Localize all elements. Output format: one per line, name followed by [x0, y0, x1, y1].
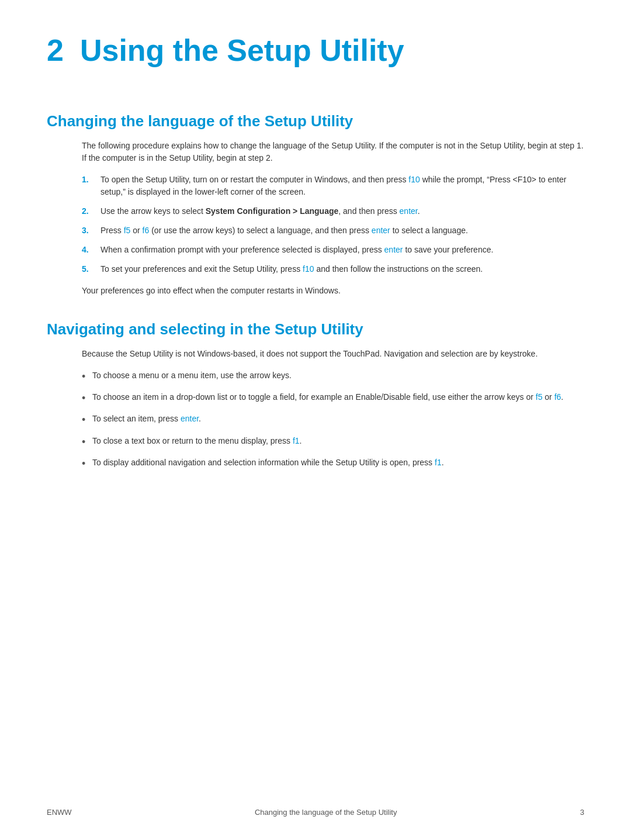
- link-enter-bullet3[interactable]: enter: [181, 414, 199, 423]
- bullet-dot-1: •: [82, 369, 92, 384]
- step-3: 3. Press f5 or f6 (or use the arrow keys…: [82, 224, 584, 237]
- chapter-number: 2: [47, 35, 64, 65]
- chapter-header: 2 Using the Setup Utility: [47, 35, 584, 65]
- step-4: 4. When a confirmation prompt with your …: [82, 244, 584, 256]
- page-container: 2 Using the Setup Utility Changing the l…: [0, 0, 631, 840]
- section2-bullets: • To choose a menu or a menu item, use t…: [82, 369, 584, 471]
- step-2-number: 2.: [82, 205, 100, 217]
- link-f1-bullet5[interactable]: f1: [435, 458, 442, 467]
- bullet-1: • To choose a menu or a menu item, use t…: [82, 369, 584, 384]
- link-f6-step3[interactable]: f6: [143, 226, 150, 235]
- chapter-title: Using the Setup Utility: [80, 35, 404, 65]
- step-4-number: 4.: [82, 244, 100, 256]
- step-2: 2. Use the arrow keys to select System C…: [82, 205, 584, 217]
- section-changing-language: Changing the language of the Setup Utili…: [47, 112, 584, 297]
- bullet-3: • To select an item, press enter.: [82, 413, 584, 427]
- link-f1-bullet4[interactable]: f1: [293, 436, 300, 445]
- section1-footer: Your preferences go into effect when the…: [82, 285, 584, 297]
- footer-center: Changing the language of the Setup Utili…: [255, 808, 397, 817]
- step-3-number: 3.: [82, 224, 100, 237]
- section1-heading: Changing the language of the Setup Utili…: [47, 112, 584, 130]
- bullet-dot-2: •: [82, 391, 92, 406]
- bullet-2-content: To choose an item in a drop-down list or…: [92, 391, 563, 403]
- bullet-1-content: To choose a menu or a menu item, use the…: [92, 369, 292, 382]
- step-5-number: 5.: [82, 263, 100, 275]
- link-f6-bullet2[interactable]: f6: [554, 392, 561, 402]
- bullet-2: • To choose an item in a drop-down list …: [82, 391, 584, 406]
- bullet-5: • To display additional navigation and s…: [82, 457, 584, 471]
- link-f5-bullet2[interactable]: f5: [536, 392, 543, 402]
- link-f10-step1[interactable]: f10: [408, 175, 419, 184]
- step-2-content: Use the arrow keys to select System Conf…: [100, 205, 420, 217]
- step-1-content: To open the Setup Utility, turn on or re…: [100, 174, 584, 198]
- bullet-dot-3: •: [82, 413, 92, 427]
- section-navigating: Navigating and selecting in the Setup Ut…: [47, 320, 584, 471]
- bullet-5-content: To display additional navigation and sel…: [92, 457, 444, 469]
- section1-intro: The following procedure explains how to …: [82, 140, 584, 164]
- bullet-dot-5: •: [82, 457, 92, 471]
- section2-heading: Navigating and selecting in the Setup Ut…: [47, 320, 584, 338]
- section2-intro: Because the Setup Utility is not Windows…: [82, 348, 584, 360]
- link-enter-step2[interactable]: enter: [400, 206, 418, 216]
- footer-right: 3: [580, 808, 584, 817]
- link-enter-step4[interactable]: enter: [384, 245, 403, 254]
- footer-left: ENWW: [47, 808, 72, 817]
- step-3-content: Press f5 or f6 (or use the arrow keys) t…: [100, 224, 468, 237]
- section1-steps: 1. To open the Setup Utility, turn on or…: [82, 174, 584, 275]
- step-5: 5. To set your preferences and exit the …: [82, 263, 584, 275]
- step-1: 1. To open the Setup Utility, turn on or…: [82, 174, 584, 198]
- link-f5-step3[interactable]: f5: [124, 226, 131, 235]
- link-f10-step5[interactable]: f10: [303, 264, 314, 274]
- link-enter-step3[interactable]: enter: [372, 226, 390, 235]
- step-1-number: 1.: [82, 174, 100, 186]
- step-5-content: To set your preferences and exit the Set…: [100, 263, 483, 275]
- page-footer: ENWW Changing the language of the Setup …: [47, 808, 584, 817]
- bullet-3-content: To select an item, press enter.: [92, 413, 201, 425]
- bullet-4: • To close a text box or return to the m…: [82, 435, 584, 450]
- bullet-dot-4: •: [82, 435, 92, 450]
- step-4-content: When a confirmation prompt with your pre…: [100, 244, 493, 256]
- bullet-4-content: To close a text box or return to the men…: [92, 435, 302, 447]
